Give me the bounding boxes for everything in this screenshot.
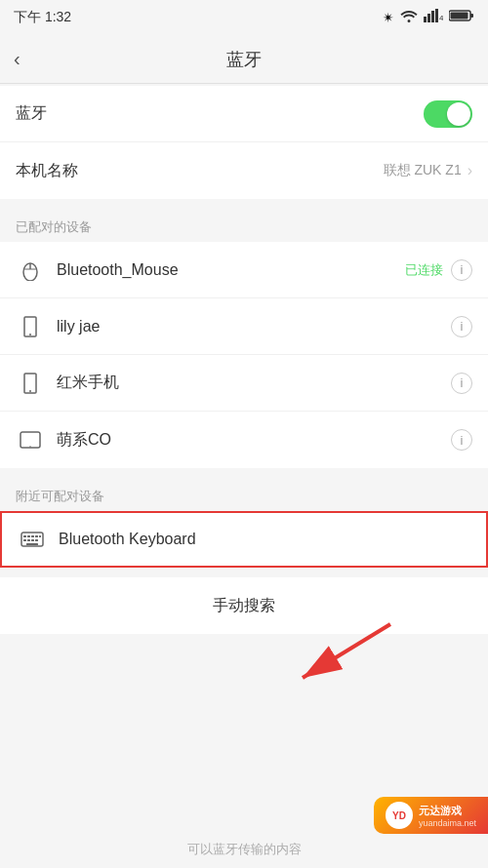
svg-rect-19 — [35, 535, 38, 537]
keyboard-icon — [18, 531, 47, 548]
list-item[interactable]: lily jae i — [0, 298, 488, 355]
status-time: 下午 1:32 — [14, 9, 71, 26]
svg-rect-6 — [470, 14, 473, 18]
connected-status: 已连接 — [405, 261, 443, 279]
manual-search-button[interactable]: 手动搜索 — [213, 596, 275, 616]
manual-search-section: 手动搜索 — [0, 577, 488, 634]
device-name-bluetooth-mouse: Bluetooth_Mouse — [57, 261, 405, 279]
svg-rect-23 — [31, 539, 34, 541]
svg-rect-18 — [31, 535, 34, 537]
svg-rect-21 — [23, 539, 26, 541]
paired-devices-list: Bluetooth_Mouse 已连接 i lily jae i 红米手机 i — [0, 242, 488, 468]
svg-rect-25 — [26, 543, 38, 545]
device-name-label: 本机名称 — [16, 161, 384, 181]
svg-rect-22 — [27, 539, 30, 541]
device-name-tablet: 萌系CO — [57, 430, 451, 451]
wifi-icon — [400, 9, 418, 26]
info-button[interactable]: i — [451, 429, 472, 451]
svg-point-14 — [29, 446, 31, 448]
device-name-redmi: 红米手机 — [57, 373, 451, 393]
battery-icon — [449, 9, 474, 26]
svg-rect-0 — [424, 17, 427, 22]
bluetooth-status-icon: ✴ — [383, 10, 394, 25]
toggle-thumb — [447, 102, 470, 126]
status-bar: 下午 1:32 ✴ 4G — [0, 0, 488, 35]
svg-rect-24 — [35, 539, 38, 541]
svg-text:4G: 4G — [439, 14, 443, 22]
nearby-devices-list: Bluetooth Keyboard — [0, 511, 488, 568]
list-item[interactable]: 萌系CO i — [0, 412, 488, 468]
back-button[interactable]: ‹ — [14, 48, 20, 70]
bluetooth-label: 蓝牙 — [16, 103, 47, 124]
watermark: YD 元达游戏 yuandaima.net — [374, 797, 488, 834]
status-icons: ✴ 4G — [383, 9, 474, 26]
svg-rect-17 — [27, 535, 30, 537]
device-name-arrow: › — [468, 162, 472, 179]
svg-rect-20 — [39, 535, 41, 537]
info-button[interactable]: i — [451, 259, 472, 281]
svg-rect-2 — [431, 11, 434, 22]
signal-bars-icon: 4G — [424, 9, 443, 26]
svg-rect-16 — [23, 535, 26, 537]
info-button[interactable]: i — [451, 373, 472, 394]
header: ‹ 蓝牙 — [0, 35, 488, 84]
bluetooth-toggle[interactable] — [424, 100, 472, 128]
page-title: 蓝牙 — [226, 48, 262, 71]
watermark-url: yuandaima.net — [419, 818, 476, 828]
list-item[interactable]: 红米手机 i — [0, 355, 488, 412]
svg-point-11 — [29, 334, 31, 335]
device-name-bluetooth-keyboard: Bluetooth Keyboard — [59, 531, 470, 548]
list-item-bluetooth-keyboard[interactable]: Bluetooth Keyboard — [0, 511, 488, 568]
tablet-icon — [16, 430, 45, 450]
info-button[interactable]: i — [451, 316, 472, 337]
svg-rect-3 — [435, 9, 438, 22]
watermark-logo: YD — [392, 810, 406, 821]
bluetooth-toggle-row: 蓝牙 — [0, 86, 488, 142]
nearby-section-header: 附近可配对设备 — [0, 478, 488, 511]
phone-icon — [16, 316, 45, 337]
paired-section-header: 已配对的设备 — [0, 209, 488, 242]
list-item[interactable]: Bluetooth_Mouse 已连接 i — [0, 242, 488, 298]
mouse-icon — [16, 259, 45, 281]
watermark-name: 元达游戏 — [419, 804, 476, 818]
phone-icon — [16, 373, 45, 394]
device-name-lily-jae: lily jae — [57, 318, 451, 335]
device-name-value: 联想 ZUK Z1 — [384, 162, 462, 179]
svg-point-12 — [29, 390, 31, 392]
device-name-row[interactable]: 本机名称 联想 ZUK Z1 › — [0, 142, 488, 199]
svg-rect-1 — [427, 14, 430, 22]
svg-rect-13 — [20, 432, 40, 448]
svg-rect-7 — [451, 13, 468, 20]
bottom-info-text: 可以蓝牙传输的内容 — [0, 841, 488, 858]
